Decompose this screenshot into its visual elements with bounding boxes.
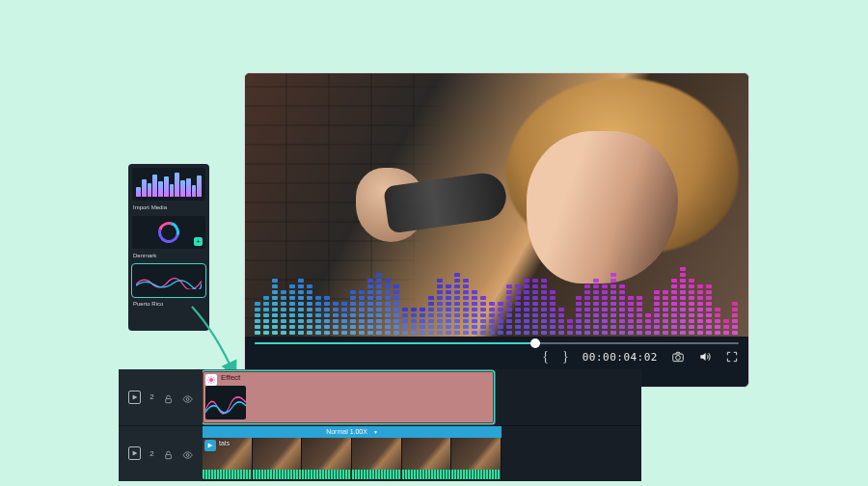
track-row-video[interactable]: Normal 1.00X ▼ tats: [203, 425, 641, 482]
media-browser-panel: Import Media + Denmark Puerto Rico: [128, 164, 209, 331]
chevron-down-icon[interactable]: ▼: [373, 429, 378, 435]
add-icon[interactable]: +: [194, 237, 203, 246]
media-item-puerto-rico[interactable]: [132, 264, 205, 297]
effect-badge-icon: [205, 374, 217, 386]
clip-speed-bar[interactable]: Normal 1.00X ▼: [203, 426, 502, 438]
media-item-denmark[interactable]: +: [132, 216, 205, 249]
track-headers: 2 2: [119, 369, 203, 481]
svg-point-3: [186, 397, 189, 400]
svg-point-5: [186, 454, 189, 457]
fullscreen-icon[interactable]: [725, 350, 739, 364]
media-item-label: Import Media: [133, 204, 205, 210]
equalizer-thumb-icon: [136, 172, 202, 197]
track-row-effect[interactable]: Effect: [203, 369, 641, 425]
effect-clip-thumb: [205, 386, 246, 419]
video-canvas[interactable]: [245, 73, 748, 337]
preview-window: { } 00:00:04:02: [244, 72, 749, 388]
svg-rect-4: [165, 455, 171, 459]
wave-visualizer-icon: [136, 272, 202, 289]
timecode-display: 00:00:04:02: [583, 351, 658, 364]
eye-icon[interactable]: [182, 392, 193, 403]
track-toggle-icon[interactable]: [128, 446, 141, 460]
equalizer-overlay: [255, 277, 738, 335]
video-thumb: [451, 438, 502, 480]
effect-clip[interactable]: Effect: [203, 371, 494, 423]
video-clip[interactable]: tats: [203, 438, 502, 480]
track-body[interactable]: Effect Normal 1.00X ▼ tats: [203, 369, 641, 481]
media-item-label: Puerto Rico: [133, 301, 205, 307]
ring-visualizer-icon: [154, 218, 183, 247]
mark-out-brace[interactable]: }: [562, 349, 569, 364]
lock-icon[interactable]: [163, 447, 174, 459]
media-item-label: Denmark: [133, 253, 205, 258]
progress-bar[interactable]: [255, 340, 739, 346]
speed-label: Normal 1.00X: [326, 428, 367, 435]
video-thumb: [253, 438, 303, 480]
video-badge-icon: [204, 440, 216, 451]
progress-fill: [255, 342, 535, 344]
mark-in-brace[interactable]: {: [542, 349, 549, 364]
track-header-video: 2: [119, 425, 203, 482]
video-thumb: [302, 438, 352, 480]
video-thumb: [352, 438, 402, 480]
track-header-effect: 2: [119, 369, 203, 425]
progress-playhead[interactable]: [530, 338, 540, 348]
track-number: 2: [149, 449, 153, 458]
svg-rect-2: [165, 398, 171, 402]
timeline-panel: 2 2 Effect: [119, 369, 641, 481]
effect-clip-label: Effect: [221, 373, 240, 382]
video-thumb: [402, 438, 452, 480]
eye-icon[interactable]: [182, 447, 193, 459]
svg-point-1: [676, 356, 681, 361]
svg-point-6: [209, 378, 213, 382]
volume-icon[interactable]: [698, 350, 712, 364]
snapshot-icon[interactable]: [671, 350, 685, 364]
media-item-import[interactable]: [132, 168, 205, 201]
track-toggle-icon[interactable]: [128, 391, 141, 404]
video-clip-label: tats: [219, 440, 230, 446]
lock-icon[interactable]: [163, 392, 174, 403]
track-number: 2: [149, 392, 153, 401]
